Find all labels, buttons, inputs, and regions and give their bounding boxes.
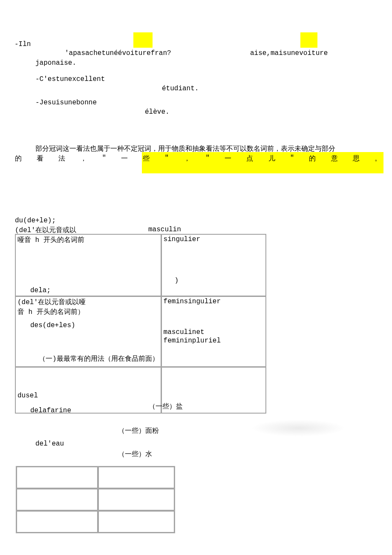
text-jesuis: -Jesuisunebonne [35,99,97,106]
justified-line: 的 看 法 ， " 一 些 " ， " 一 点 儿 " 的 意 思 。 [15,154,381,163]
j-13: " [290,154,294,163]
table-row: 哑音 h 开头的名词前 dela; singulier ) [15,234,266,296]
t1r1c1-a: 哑音 h 开头的名词前 [16,235,161,245]
table-row [17,489,174,510]
t1r2c1-c: des(de+les) [29,321,161,330]
table-partitive: 哑音 h 开头的名词前 dela; singulier ) (del'在以元音或… [15,234,266,414]
t1r1c2-a: singulier [162,235,265,244]
t1r2c2-a: feminsingulier [162,297,265,306]
text-apas: 'apasachetunéévoiturefran? [65,49,171,57]
j-1: 看 [37,154,43,163]
t1r3c2-a: （一些）盐 [147,401,184,412]
j-6: 些 [143,154,150,163]
j-3: ， [80,154,87,163]
text-eleve: élève. [145,108,170,116]
highlight-box-1 [133,32,153,48]
text-japonaise: japonaise. [35,59,76,67]
j-0: 的 [15,154,22,163]
table-row [17,511,174,532]
j-9: " [205,154,210,163]
j-15: 意 [331,154,338,163]
table-row: dusel delafarine （一些）盐 [15,367,266,413]
j-4: " [102,154,107,163]
text-flour: （一些）面粉 [118,426,159,435]
t1r2c2-b: masculinet [162,328,265,337]
text-water: （一些）水 [118,450,152,459]
j-5: 一 [121,154,128,163]
text-du: du(de+le); [15,217,56,224]
t1r2c2-c: femininpluriel [162,337,265,345]
t1r3c1-a: dusel [16,391,161,400]
table-row [17,467,174,488]
j-12: 儿 [268,154,275,163]
text-aise: aise,maisunevoiture [250,49,328,57]
j-11: 点 [246,154,253,163]
t1r3c1-b: delafarine [29,406,73,415]
text-cest: -C'estunexcellent [35,75,105,83]
shadow-decor [251,420,345,437]
text-deleau: del'eau [35,440,64,448]
t1r2c1-d: （一)最最常有的用法（用在食品前面） [37,354,161,364]
t1r2c1-b: 音 h 开头的名词前） [16,308,161,316]
j-2: 法 [58,154,65,163]
text-del1a: (del'在以元音或以 [15,226,76,235]
t1r1c2-b: ) [173,276,265,285]
text-iln: -Iln [14,40,31,48]
t1r1c1-b: dela; [29,286,161,295]
j-8: ， [184,154,190,163]
j-7: " [165,154,169,163]
text-del1b: masculin [148,226,181,233]
j-16: 思 [353,154,360,163]
highlight-box-2 [300,32,317,48]
table-empty [16,466,175,533]
j-14: 的 [309,154,316,163]
t1r2c1-a: (del'在以元音或以哑 [16,297,161,308]
text-etudiant: étudiant. [162,85,199,92]
table-row: (del'在以元音或以哑 音 h 开头的名词前） des(de+les) （一)… [15,296,266,367]
j-10: 一 [225,154,231,163]
j-17: 。 [375,154,381,163]
